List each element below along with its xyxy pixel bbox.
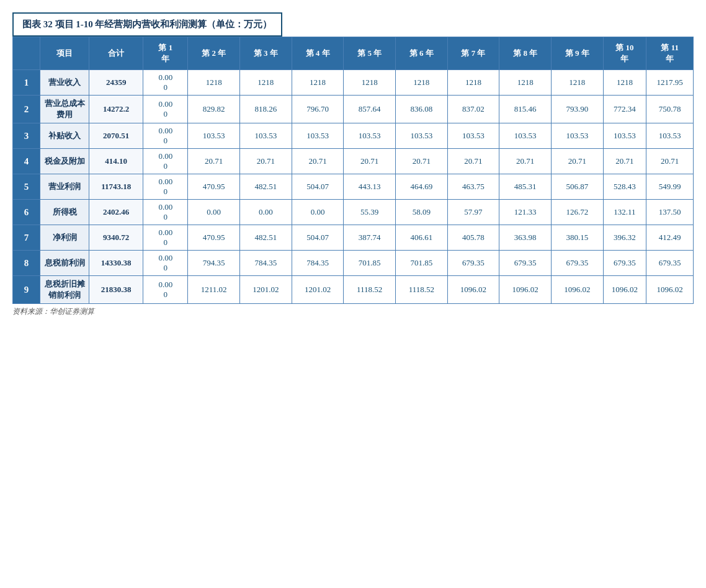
cell-y9: 679.35 [551, 251, 603, 276]
header-y9: 第 9 年 [551, 37, 603, 70]
header-y7: 第 7 年 [447, 37, 499, 70]
cell-y7: 837.02 [447, 96, 499, 123]
cell-y3: 20.71 [240, 149, 292, 174]
table-row: 9息税折旧摊销前利润21830.380.0001211.021201.02120… [13, 276, 694, 304]
table-body: 1营业收入243590.0001218121812181218121812181… [13, 70, 694, 304]
header-y8: 第 8 年 [499, 37, 552, 70]
table-row: 7净利润9340.720.000470.95482.51504.07387.74… [13, 225, 694, 251]
cell-index: 8 [13, 251, 40, 276]
cell-y7: 1218 [447, 70, 499, 96]
cell-y6: 58.09 [395, 200, 447, 225]
cell-y1: 0.000 [143, 200, 188, 225]
cell-y8: 1096.02 [499, 276, 552, 304]
cell-y11: 1096.02 [646, 276, 694, 304]
cell-total: 2070.51 [89, 123, 143, 149]
cell-y3: 818.26 [240, 96, 292, 123]
header-y5: 第 5 年 [344, 37, 396, 70]
cell-y10: 396.32 [603, 225, 646, 251]
header-index [13, 37, 40, 70]
cell-y8: 679.35 [499, 251, 552, 276]
cell-y10: 103.53 [603, 123, 646, 149]
table-row: 8息税前利润14330.380.000794.35784.35784.35701… [13, 251, 694, 276]
cell-y10: 1218 [603, 70, 646, 96]
header-y4: 第 4 年 [292, 37, 344, 70]
cell-y6: 1118.52 [395, 276, 447, 304]
cell-y7: 679.35 [447, 251, 499, 276]
cell-y9: 126.72 [551, 200, 603, 225]
cell-y5: 857.64 [344, 96, 396, 123]
header-y2: 第 2 年 [188, 37, 240, 70]
cell-y7: 57.97 [447, 200, 499, 225]
cell-y6: 1218 [395, 70, 447, 96]
cell-y2: 829.82 [188, 96, 240, 123]
cell-y4: 103.53 [292, 123, 344, 149]
cell-y8: 485.31 [499, 174, 552, 200]
main-table: 项目 合计 第 1年 第 2 年 第 3 年 第 4 年 第 5 年 第 6 年… [12, 37, 694, 304]
cell-y1: 0.000 [143, 96, 188, 123]
cell-y2: 470.95 [188, 225, 240, 251]
cell-y7: 405.78 [447, 225, 499, 251]
table-row: 3补贴收入2070.510.000103.53103.53103.53103.5… [13, 123, 694, 149]
cell-y9: 380.15 [551, 225, 603, 251]
cell-y4: 504.07 [292, 225, 344, 251]
cell-y7: 20.71 [447, 149, 499, 174]
cell-y11: 1217.95 [646, 70, 694, 96]
table-row: 6所得税2402.460.0000.000.000.0055.3958.0957… [13, 200, 694, 225]
cell-y6: 406.61 [395, 225, 447, 251]
cell-y5: 1118.52 [344, 276, 396, 304]
cell-total: 11743.18 [89, 174, 143, 200]
cell-y1: 0.000 [143, 149, 188, 174]
cell-y6: 20.71 [395, 149, 447, 174]
cell-y11: 549.99 [646, 174, 694, 200]
table-row: 5营业利润11743.180.000470.95482.51504.07443.… [13, 174, 694, 200]
cell-y6: 701.85 [395, 251, 447, 276]
cell-y6: 103.53 [395, 123, 447, 149]
cell-y2: 1218 [188, 70, 240, 96]
cell-y7: 463.75 [447, 174, 499, 200]
cell-y3: 784.35 [240, 251, 292, 276]
cell-y10: 679.35 [603, 251, 646, 276]
cell-y10: 20.71 [603, 149, 646, 174]
cell-index: 5 [13, 174, 40, 200]
table-row: 4税金及附加414.100.00020.7120.7120.7120.7120.… [13, 149, 694, 174]
table-row: 2营业总成本费用14272.20.000829.82818.26796.7085… [13, 96, 694, 123]
cell-y3: 1201.02 [240, 276, 292, 304]
cell-y10: 1096.02 [603, 276, 646, 304]
cell-y8: 20.71 [499, 149, 552, 174]
cell-name: 息税折旧摊销前利润 [40, 276, 89, 304]
cell-y11: 679.35 [646, 251, 694, 276]
cell-y9: 20.71 [551, 149, 603, 174]
cell-name: 补贴收入 [40, 123, 89, 149]
cell-y1: 0.000 [143, 225, 188, 251]
cell-total: 9340.72 [89, 225, 143, 251]
cell-index: 9 [13, 276, 40, 304]
cell-y1: 0.000 [143, 251, 188, 276]
cell-y5: 387.74 [344, 225, 396, 251]
cell-y8: 121.33 [499, 200, 552, 225]
cell-name: 息税前利润 [40, 251, 89, 276]
cell-y5: 701.85 [344, 251, 396, 276]
cell-index: 3 [13, 123, 40, 149]
cell-y8: 103.53 [499, 123, 552, 149]
cell-total: 2402.46 [89, 200, 143, 225]
header-y3: 第 3 年 [240, 37, 292, 70]
cell-y11: 750.78 [646, 96, 694, 123]
cell-name: 营业收入 [40, 70, 89, 96]
cell-y9: 1096.02 [551, 276, 603, 304]
cell-y3: 103.53 [240, 123, 292, 149]
cell-y5: 20.71 [344, 149, 396, 174]
cell-name: 营业总成本费用 [40, 96, 89, 123]
cell-index: 2 [13, 96, 40, 123]
cell-index: 7 [13, 225, 40, 251]
cell-y2: 794.35 [188, 251, 240, 276]
cell-total: 14330.38 [89, 251, 143, 276]
header-name: 项目 [40, 37, 89, 70]
cell-y4: 20.71 [292, 149, 344, 174]
cell-y4: 796.70 [292, 96, 344, 123]
cell-y2: 20.71 [188, 149, 240, 174]
cell-y9: 506.87 [551, 174, 603, 200]
cell-y11: 20.71 [646, 149, 694, 174]
cell-y7: 1096.02 [447, 276, 499, 304]
cell-name: 所得税 [40, 200, 89, 225]
cell-total: 14272.2 [89, 96, 143, 123]
